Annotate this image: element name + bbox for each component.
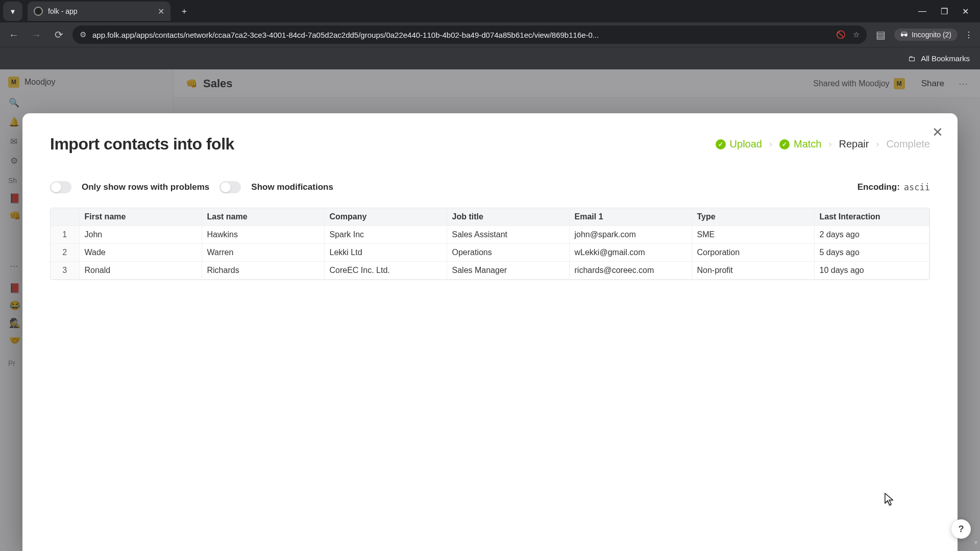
cell-email[interactable]: richards@coreec.com	[569, 262, 692, 280]
step-complete: Complete	[886, 138, 930, 150]
encoding-value[interactable]: ascii	[904, 182, 930, 192]
column-header[interactable]: Last name	[202, 208, 324, 226]
row-number: 2	[51, 244, 79, 262]
toggle-only-problems[interactable]	[50, 181, 71, 193]
column-header[interactable]: Email 1	[569, 208, 692, 226]
table-header-row: First name Last name Company Job title E…	[51, 208, 929, 226]
plus-icon: ＋	[180, 6, 188, 17]
row-number: 3	[51, 262, 79, 280]
forward-button[interactable]: →	[28, 26, 45, 43]
cell-company[interactable]: Lekki Ltd	[324, 244, 447, 262]
encoding-indicator: Encoding: ascii	[857, 182, 930, 192]
cell-first-name[interactable]: Wade	[79, 244, 202, 262]
incognito-indicator[interactable]: 🕶 Incognito (2)	[894, 29, 958, 41]
incognito-label: Incognito (2)	[912, 31, 951, 39]
tab-search-dropdown[interactable]: ▾	[3, 2, 22, 21]
browser-tab[interactable]: folk - app ✕	[28, 2, 170, 21]
check-circle-icon: ✓	[716, 139, 726, 149]
chevron-right-icon: ›	[876, 139, 879, 149]
scroll-down-icon[interactable]: ▾	[973, 539, 979, 548]
url-text: app.folk.app/apps/contacts/network/ccaa7…	[92, 31, 830, 39]
close-icon[interactable]: ✕	[158, 7, 164, 16]
column-header[interactable]: Type	[692, 208, 814, 226]
help-button[interactable]: ?	[951, 519, 971, 539]
cell-last-interaction[interactable]: 2 days ago	[814, 226, 929, 244]
cell-company[interactable]: Spark Inc	[324, 226, 447, 244]
browser-tab-strip: ▾ folk - app ✕ ＋ — ❐ ✕	[0, 0, 980, 22]
step-label: Upload	[730, 138, 762, 150]
tab-title: folk - app	[48, 7, 78, 15]
chevron-down-icon: ▾	[11, 7, 15, 16]
import-modal: ✕ Import contacts into folk ✓ Upload › ✓…	[22, 113, 958, 551]
column-header[interactable]: Company	[324, 208, 447, 226]
chevron-right-icon: ›	[828, 139, 831, 149]
address-bar[interactable]: ⚙ app.folk.app/apps/contacts/network/cca…	[72, 26, 867, 44]
close-window-icon[interactable]: ✕	[962, 7, 969, 16]
new-tab-button[interactable]: ＋	[176, 3, 193, 20]
column-header[interactable]: Last Interaction	[814, 208, 929, 226]
all-bookmarks-button[interactable]: All Bookmarks	[921, 54, 970, 63]
step-label: Match	[794, 138, 821, 150]
modal-header: Import contacts into folk ✓ Upload › ✓ M…	[50, 135, 930, 154]
table-row[interactable]: 3RonaldRichardsCoreEC Inc. Ltd.Sales Man…	[51, 262, 929, 280]
tab-favicon	[34, 7, 43, 16]
minimize-icon[interactable]: —	[918, 7, 926, 16]
step-match: ✓ Match	[779, 138, 821, 150]
filter-options-row: Only show rows with problems Show modifi…	[50, 181, 930, 193]
column-header[interactable]: Job title	[447, 208, 569, 226]
column-header[interactable]: First name	[79, 208, 202, 226]
cell-last-interaction[interactable]: 10 days ago	[814, 262, 929, 280]
toggle-show-modifications[interactable]	[219, 181, 241, 193]
cell-type[interactable]: Non-profit	[692, 262, 814, 280]
step-label: Complete	[886, 138, 930, 150]
star-icon[interactable]: ☆	[853, 30, 860, 39]
browser-menu-button[interactable]: ⋮	[963, 30, 975, 40]
cell-last-interaction[interactable]: 5 days ago	[814, 244, 929, 262]
maximize-icon[interactable]: ❐	[941, 7, 948, 16]
encoding-label: Encoding:	[857, 182, 900, 192]
back-button[interactable]: ←	[5, 26, 22, 43]
cell-job-title[interactable]: Operations	[447, 244, 569, 262]
step-upload: ✓ Upload	[716, 138, 762, 150]
close-modal-button[interactable]: ✕	[932, 124, 943, 140]
cell-first-name[interactable]: John	[79, 226, 202, 244]
cell-email[interactable]: wLekki@gmail.com	[569, 244, 692, 262]
cell-last-name[interactable]: Richards	[202, 262, 324, 280]
bookmarks-bar: 🗀 All Bookmarks	[0, 47, 980, 69]
cell-type[interactable]: Corporation	[692, 244, 814, 262]
step-repair: Repair	[839, 138, 869, 150]
cell-job-title[interactable]: Sales Assistant	[447, 226, 569, 244]
step-label: Repair	[839, 138, 869, 150]
cell-last-name[interactable]: Hawkins	[202, 226, 324, 244]
check-circle-icon: ✓	[779, 139, 790, 149]
modal-title: Import contacts into folk	[50, 135, 234, 154]
eye-off-icon[interactable]: 🚫	[836, 30, 846, 39]
cell-first-name[interactable]: Ronald	[79, 262, 202, 280]
browser-toolbar: ← → ⟳ ⚙ app.folk.app/apps/contacts/netwo…	[0, 22, 980, 47]
site-settings-icon[interactable]: ⚙	[80, 30, 86, 39]
incognito-icon: 🕶	[900, 31, 908, 39]
import-preview-table: First name Last name Company Job title E…	[50, 208, 930, 280]
import-steps: ✓ Upload › ✓ Match › Repair › Complete	[716, 138, 930, 150]
side-panel-icon[interactable]: ▤	[872, 26, 889, 43]
table-row[interactable]: 2WadeWarrenLekki LtdOperationswLekki@gma…	[51, 244, 929, 262]
cell-last-name[interactable]: Warren	[202, 244, 324, 262]
cell-email[interactable]: john@spark.com	[569, 226, 692, 244]
chevron-right-icon: ›	[769, 139, 772, 149]
cell-type[interactable]: SME	[692, 226, 814, 244]
question-icon: ?	[959, 524, 964, 535]
folder-icon: 🗀	[908, 54, 916, 63]
rownum-header	[51, 208, 79, 226]
table-row[interactable]: 1JohnHawkinsSpark IncSales Assistantjohn…	[51, 226, 929, 244]
cell-job-title[interactable]: Sales Manager	[447, 262, 569, 280]
reload-button[interactable]: ⟳	[50, 26, 67, 43]
toggle-show-modifications-label: Show modifications	[251, 182, 333, 192]
page-scrollbar[interactable]: ▾	[972, 69, 980, 551]
window-controls: — ❐ ✕	[918, 7, 980, 16]
row-number: 1	[51, 226, 79, 244]
toggle-only-problems-label: Only show rows with problems	[82, 182, 209, 192]
cell-company[interactable]: CoreEC Inc. Ltd.	[324, 262, 447, 280]
